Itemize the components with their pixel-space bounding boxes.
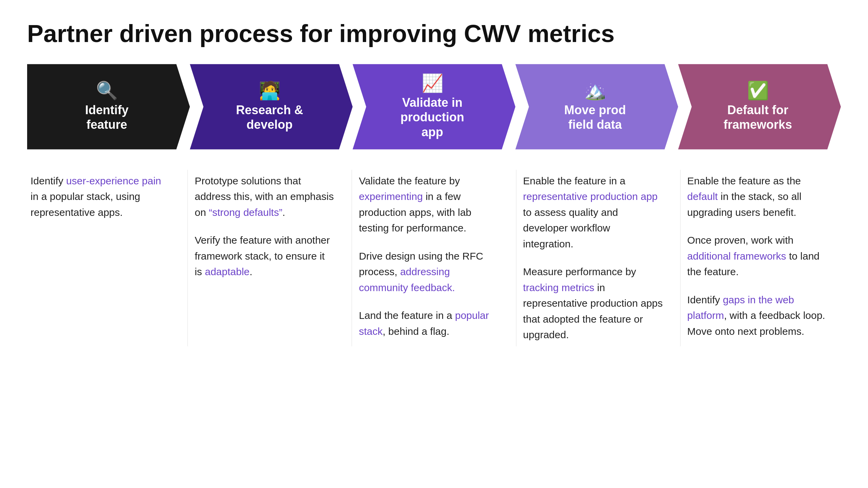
content-link: additional frameworks: [687, 250, 786, 262]
arrow-label-moveprod: Move prod field data: [564, 103, 626, 132]
arrow-label-research: Research & develop: [236, 103, 303, 132]
arrow-icon-validate: 📈: [421, 74, 443, 92]
moveprod-content: Enable the feature in a representative p…: [520, 170, 677, 346]
content-link: addressing community feedback.: [359, 266, 455, 293]
content-paragraph: Drive design using the RFC process, addr…: [359, 248, 499, 296]
arrow-validate: 📈Validate in production app: [353, 64, 515, 149]
arrows-container: 🔍Identify feature🧑‍💻Research & develop📈V…: [27, 64, 841, 149]
content-link: “strong defaults”: [209, 207, 282, 218]
arrow-label-validate: Validate in production app: [400, 95, 464, 139]
arrow-icon-identify: 🔍: [96, 82, 118, 99]
content-link: representative production app: [523, 191, 658, 202]
content-link: user-experience pain: [66, 175, 161, 186]
validate-content: Validate the feature by experimenting in…: [355, 170, 512, 343]
column-divider: [352, 170, 352, 346]
content-paragraph: Verify the feature with another framewor…: [195, 232, 335, 280]
content-paragraph: Measure performance by tracking metrics …: [523, 264, 663, 343]
content-row: Identify user-experience pain in a popul…: [27, 170, 841, 346]
arrow-label-default: Default for frameworks: [724, 103, 792, 132]
content-paragraph: Prototype solutions that address this, w…: [195, 173, 335, 221]
column-divider: [680, 170, 680, 346]
research-content: Prototype solutions that address this, w…: [191, 170, 348, 283]
identify-content: Identify user-experience pain in a popul…: [27, 170, 184, 224]
arrow-icon-moveprod: 🏔️: [584, 82, 606, 99]
content-paragraph: Enable the feature in a representative p…: [523, 173, 663, 252]
content-paragraph: Validate the feature by experimenting in…: [359, 173, 499, 236]
column-divider: [516, 170, 516, 346]
arrow-research: 🧑‍💻Research & develop: [190, 64, 353, 149]
arrow-icon-research: 🧑‍💻: [259, 82, 281, 99]
page-title: Partner driven process for improving CWV…: [27, 20, 841, 47]
content-paragraph: Identify gaps in the web platform, with …: [687, 292, 827, 340]
content-link: experimenting: [359, 191, 422, 202]
column-divider: [188, 170, 188, 346]
arrow-label-identify: Identify feature: [85, 103, 129, 132]
arrow-default: ✅Default for frameworks: [678, 64, 841, 149]
content-link: popular stack: [359, 310, 489, 337]
content-link: tracking metrics: [523, 282, 594, 293]
content-paragraph: Once proven, work with additional framew…: [687, 232, 827, 280]
content-link: default: [687, 191, 718, 202]
content-link: gaps in the web platform: [687, 294, 794, 321]
content-paragraph: Land the feature in a popular stack, beh…: [359, 308, 499, 339]
arrow-identify: 🔍Identify feature: [27, 64, 190, 149]
arrow-moveprod: 🏔️Move prod field data: [515, 64, 678, 149]
content-paragraph: Identify user-experience pain in a popul…: [31, 173, 171, 221]
arrow-icon-default: ✅: [747, 82, 769, 99]
content-link: adaptable: [205, 266, 250, 277]
content-paragraph: Enable the feature as the default in the…: [687, 173, 827, 221]
default-content: Enable the feature as the default in the…: [684, 170, 841, 343]
